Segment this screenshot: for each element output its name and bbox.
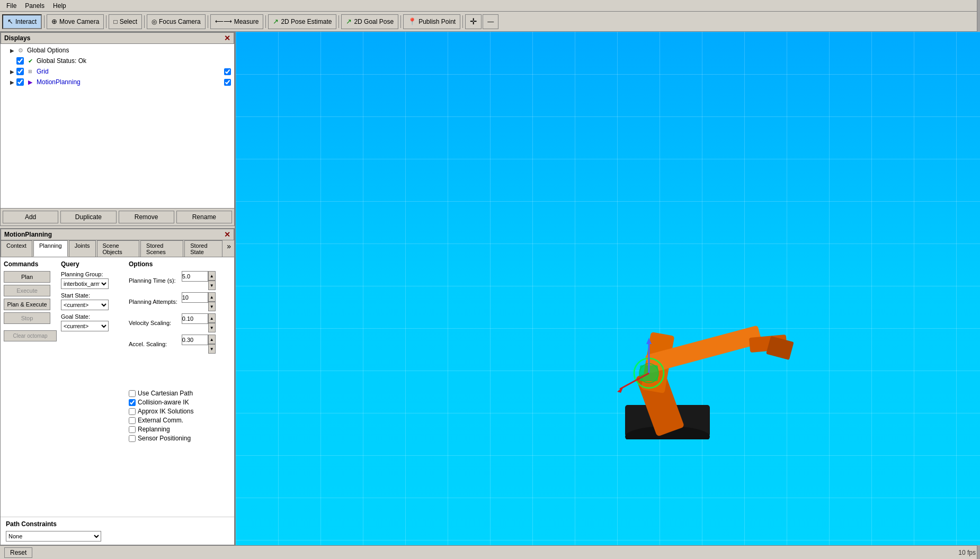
global-options-label: Global Options bbox=[27, 47, 231, 54]
clear-octomap-button[interactable]: Clear octomap bbox=[4, 330, 57, 341]
execute-button[interactable]: Execute bbox=[4, 285, 50, 296]
accel-scaling-label: Accel. Scaling: bbox=[129, 341, 177, 347]
publish-point-label: Publish Point bbox=[418, 18, 456, 25]
velocity-scaling-label: Velocity Scaling: bbox=[129, 320, 177, 326]
planning-time-down[interactable]: ▼ bbox=[208, 281, 216, 290]
zoom-icon: — bbox=[487, 18, 494, 25]
grid-visible-checkbox[interactable] bbox=[224, 68, 231, 75]
move-camera-label: Move Camera bbox=[59, 18, 99, 25]
tab-planning[interactable]: Planning bbox=[33, 240, 68, 257]
accel-scaling-input[interactable] bbox=[182, 335, 208, 345]
goal-pose-button[interactable]: ↗ 2D Goal Pose bbox=[341, 14, 398, 29]
velocity-scaling-up[interactable]: ▲ bbox=[208, 313, 216, 323]
grid-icon: ⊞ bbox=[26, 67, 34, 76]
menu-file[interactable]: File bbox=[2, 1, 21, 11]
accel-scaling-input-group: ▲ ▼ bbox=[182, 335, 231, 354]
global-status-label: Global Status: Ok bbox=[37, 57, 231, 65]
motion-planning-checkbox[interactable] bbox=[16, 78, 24, 86]
crosshair-icon: ✛ bbox=[470, 16, 477, 26]
tree-item-global-options[interactable]: ▶ ⚙ Global Options bbox=[2, 45, 233, 56]
remove-button[interactable]: Remove bbox=[119, 211, 174, 223]
use-cartesian-path-checkbox[interactable] bbox=[129, 390, 136, 397]
motion-panel-content: Context Planning Joints Scene Objects St… bbox=[1, 240, 234, 545]
displays-close-button[interactable]: ✕ bbox=[224, 34, 230, 42]
external-comm-checkbox[interactable] bbox=[129, 417, 136, 424]
sensor-positioning-checkbox[interactable] bbox=[129, 435, 136, 442]
tree-item-motion-planning[interactable]: ▶ ▶ MotionPlanning bbox=[2, 77, 233, 87]
planning-time-up[interactable]: ▲ bbox=[208, 271, 216, 281]
accel-scaling-down[interactable]: ▼ bbox=[208, 344, 216, 354]
approx-ik-checkbox[interactable] bbox=[129, 408, 136, 415]
goal-state-row: Goal State: <current> bbox=[61, 313, 124, 331]
tab-context[interactable]: Context bbox=[1, 240, 32, 257]
interact-label: Interact bbox=[15, 18, 37, 25]
publish-point-button[interactable]: 📍 Publish Point bbox=[403, 14, 460, 29]
planning-time-label: Planning Time (s): bbox=[129, 277, 177, 284]
motion-panel-close-button[interactable]: ✕ bbox=[224, 230, 230, 239]
planning-group-select[interactable]: interbotix_arm bbox=[61, 278, 109, 289]
motion-planning-visible-checkbox[interactable] bbox=[224, 79, 231, 86]
options-spacer bbox=[129, 358, 231, 390]
motion-planning-panel: MotionPlanning ✕ Context Planning Joints… bbox=[0, 228, 235, 545]
planning-attempts-input[interactable] bbox=[182, 292, 208, 303]
path-constraints-title: Path Constraints bbox=[6, 520, 229, 528]
viewport[interactable] bbox=[236, 32, 980, 545]
path-constraints-select[interactable]: None bbox=[6, 531, 101, 542]
toolbar-sep-1 bbox=[44, 15, 44, 28]
displays-content: ▶ ⚙ Global Options ✔ Global Status: Ok ▶… bbox=[1, 44, 234, 208]
select-button[interactable]: □ Select bbox=[109, 14, 142, 29]
sensor-positioning-label: Sensor Positioning bbox=[138, 435, 191, 442]
planning-time-spin: ▲ ▼ bbox=[208, 271, 216, 290]
collision-aware-ik-label: Collision-aware IK bbox=[138, 399, 189, 406]
accel-scaling-up[interactable]: ▲ bbox=[208, 335, 216, 344]
zoom-button[interactable]: — bbox=[483, 14, 498, 29]
goal-state-select[interactable]: <current> bbox=[61, 321, 109, 331]
path-constraints-section: Path Constraints None bbox=[1, 517, 234, 545]
rename-button[interactable]: Rename bbox=[176, 211, 232, 223]
menu-help[interactable]: Help bbox=[49, 1, 70, 11]
move-camera-button[interactable]: ⊕ Move Camera bbox=[47, 14, 104, 29]
tab-more-button[interactable]: » bbox=[224, 240, 234, 257]
grid-checkbox[interactable] bbox=[16, 68, 24, 75]
motion-planning-arrow: ▶ bbox=[10, 79, 16, 85]
collision-aware-ik-checkbox[interactable] bbox=[129, 399, 136, 406]
tab-joints[interactable]: Joints bbox=[69, 240, 96, 257]
add-button[interactable]: Add bbox=[3, 211, 58, 223]
interact-button[interactable]: ↖ Interact bbox=[2, 14, 42, 29]
focus-camera-button[interactable]: ◎ Focus Camera bbox=[147, 14, 206, 29]
planning-attempts-up[interactable]: ▲ bbox=[208, 292, 216, 302]
tab-stored-state[interactable]: Stored State bbox=[184, 240, 222, 257]
planning-attempts-down[interactable]: ▼ bbox=[208, 302, 216, 311]
replanning-label: Replanning bbox=[138, 426, 170, 433]
planning-time-input[interactable] bbox=[182, 271, 208, 282]
goal-pose-label: 2D Goal Pose bbox=[354, 18, 394, 25]
measure-label: Measure bbox=[234, 18, 259, 25]
global-status-checkbox[interactable] bbox=[16, 57, 24, 65]
tree-item-grid[interactable]: ▶ ⊞ Grid bbox=[2, 66, 233, 77]
measure-button[interactable]: ⟵⟶ Measure bbox=[210, 14, 264, 29]
replanning-checkbox[interactable] bbox=[129, 426, 136, 433]
velocity-scaling-spin: ▲ ▼ bbox=[208, 313, 216, 332]
tab-scene-objects[interactable]: Scene Objects bbox=[97, 240, 140, 257]
duplicate-button[interactable]: Duplicate bbox=[60, 211, 116, 223]
tree-item-global-status[interactable]: ✔ Global Status: Ok bbox=[2, 56, 233, 66]
robot-svg bbox=[593, 291, 795, 439]
measure-icon: ⟵⟶ bbox=[215, 18, 232, 25]
start-state-select[interactable]: <current> bbox=[61, 300, 109, 310]
velocity-scaling-input[interactable] bbox=[182, 313, 208, 324]
menu-panels[interactable]: Panels bbox=[21, 1, 49, 11]
reset-button[interactable]: Reset bbox=[4, 547, 32, 558]
velocity-scaling-down[interactable]: ▼ bbox=[208, 323, 216, 332]
plan-button[interactable]: Plan bbox=[4, 271, 50, 283]
select-icon: □ bbox=[113, 18, 117, 25]
replanning-row: Replanning bbox=[129, 426, 231, 433]
tab-stored-scenes[interactable]: Stored Scenes bbox=[140, 240, 183, 257]
velocity-scaling-input-group: ▲ ▼ bbox=[182, 313, 231, 332]
select-label: Select bbox=[120, 18, 137, 25]
displays-buttons: Add Duplicate Remove Rename bbox=[1, 208, 234, 226]
pose-estimate-button[interactable]: ↗ 2D Pose Estimate bbox=[268, 14, 336, 29]
crosshair-button[interactable]: ✛ bbox=[465, 14, 482, 29]
plan-execute-button[interactable]: Plan & Execute bbox=[4, 299, 50, 310]
stop-button[interactable]: Stop bbox=[4, 312, 50, 324]
toolbar-sep-5 bbox=[265, 15, 266, 28]
